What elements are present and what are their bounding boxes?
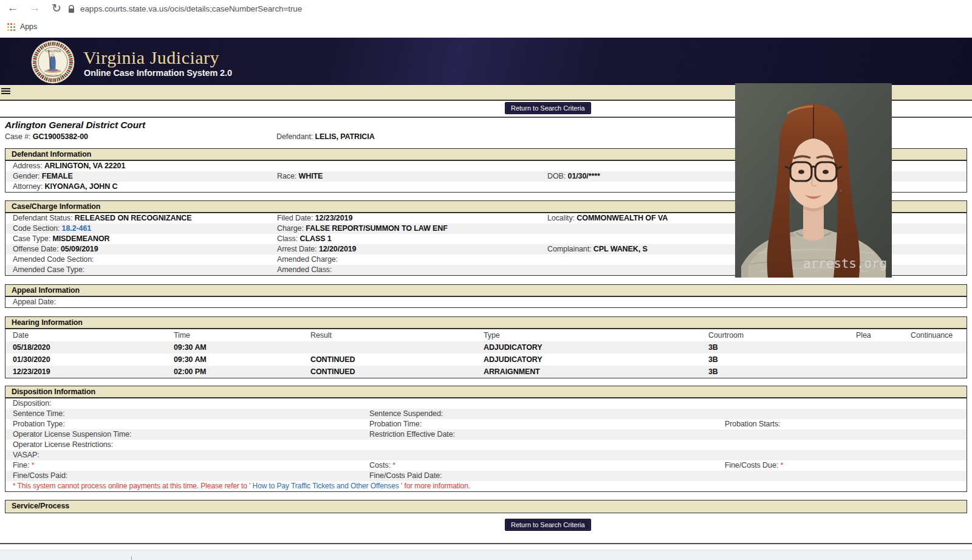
info-row: Fine: * Costs: * Fine/Costs Due: * [5,460,967,471]
site-banner: VIRGINIA SIC SEMPER TYRANNIS Virginia Ju… [0,38,972,85]
forward-icon[interactable]: → [27,1,43,15]
col-time: Time [174,329,190,341]
back-icon[interactable]: ← [5,1,21,15]
fine-asterisk: * [32,461,35,470]
mugshot-photo: arrests.org [735,83,892,278]
col-type: Type [484,329,500,341]
lock-icon [68,5,75,16]
case-number-value: GC19005382-00 [33,132,88,141]
disposition-information-section: Disposition Information Disposition: Sen… [5,386,967,492]
table-row: 01/30/2020 09:30 AM CONTINUED ADJUDICATO… [5,353,967,366]
payment-disclaimer: * This system cannot process online paym… [5,481,967,491]
col-courtroom: Courtroom [708,329,744,341]
appeal-information-section: Appeal Information Appeal Date: [5,284,967,308]
virginia-seal-logo: VIRGINIA SIC SEMPER TYRANNIS [30,39,75,87]
col-plea: Plea [856,329,871,341]
info-row: Fine/Costs Paid: Fine/Costs Paid Date: [5,471,967,481]
due-asterisk: * [781,461,784,470]
info-row: Appeal Date: [5,297,967,307]
site-title: Virginia Judiciary [83,47,219,68]
apps-bookmark[interactable]: Apps [20,22,37,31]
info-row: VASAP: [5,450,967,460]
defendant-name-value: LELIS, PATRICIA [315,132,375,141]
hearing-information-section: Hearing Information Date Time Result Typ… [5,316,967,378]
section-title: Disposition Information [5,386,967,398]
ocis-case-details-page: ← → ↻ eapps.courts.state.va.us/ocis/deta… [0,0,972,560]
divider [0,543,972,544]
info-row: Sentence Time: Sentence Suspended: [5,409,967,419]
apps-grid-icon[interactable] [7,23,15,31]
section-title: Hearing Information [5,317,967,329]
table-row: 12/23/2019 02:00 PM CONTINUED ARRAIGNMEN… [5,366,967,378]
costs-asterisk: * [392,461,395,470]
footer-strip [0,550,972,560]
svg-text:SIC SEMPER TYRANNIS: SIC SEMPER TYRANNIS [41,75,64,77]
court-name-heading: Arlington General District Court [5,120,145,131]
return-to-search-button-bottom[interactable]: Return to Search Criteria [505,519,591,531]
case-number-label: Case #: [5,132,30,141]
code-section-link[interactable]: 18.2-461 [62,224,92,233]
site-subtitle: Online Case Information System 2.0 [84,68,232,78]
info-row: Operator License Restrictions: [5,440,967,450]
svg-text:VIRGINIA: VIRGINIA [45,49,61,53]
table-row: 05/18/2020 09:30 AM ADJUDICATORY 3B [5,341,967,353]
info-row: Probation Type: Probation Time: Probatio… [5,419,967,429]
return-to-search-button-top[interactable]: Return to Search Criteria [505,102,591,114]
bookmarks-bar: Apps [0,18,972,38]
col-result: Result [310,329,332,341]
section-title: Service/Process [5,500,967,513]
hamburger-menu-icon[interactable] [1,88,10,96]
info-row: Operator License Suspension Time: Restri… [5,429,967,440]
svg-text:arrests.org: arrests.org [803,256,887,271]
table-header-row: Date Time Result Type Courtroom Plea Con… [5,329,967,341]
browser-toolbar: ← → ↻ eapps.courts.state.va.us/ocis/deta… [0,0,972,18]
url-omnibox[interactable]: eapps.courts.state.va.us/ocis/details;ca… [80,4,302,13]
info-row: Disposition: [5,398,967,409]
service-process-section: Service/Process [5,500,967,513]
how-to-pay-link[interactable]: How to Pay Traffic Tickets and Other Off… [253,482,399,490]
refresh-icon[interactable]: ↻ [49,1,64,15]
col-date: Date [13,329,29,341]
section-title: Appeal Information [5,285,967,297]
text-cursor [131,556,132,560]
defendant-label: Defendant: [276,132,313,141]
col-continuance: Continuance [911,329,953,341]
